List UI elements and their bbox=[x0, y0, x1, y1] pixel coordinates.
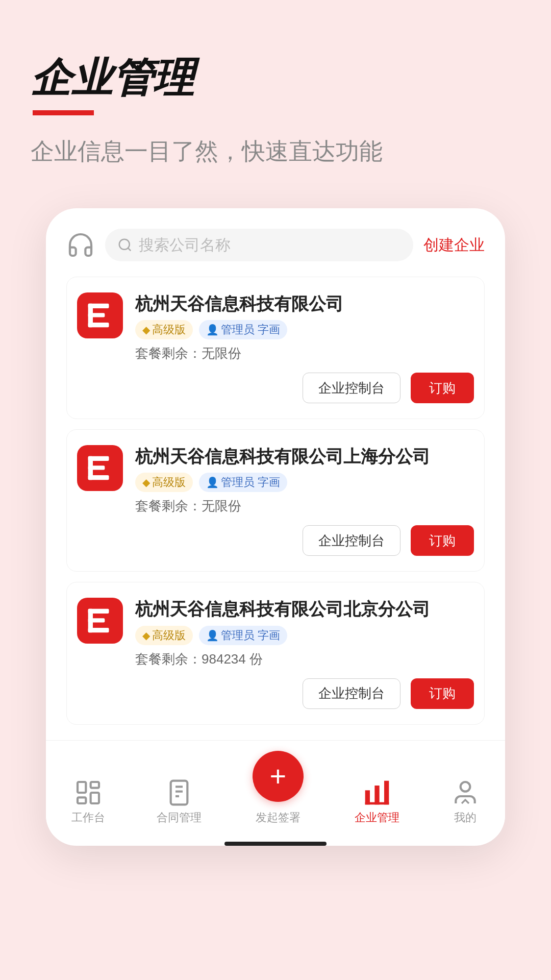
company-top-3: 杭州天谷信息科技有限公司北京分公司 ◆ 高级版 👤 管理员 字画 套餐剩余：98… bbox=[77, 598, 474, 668]
nav-contract-label: 合同管理 bbox=[157, 810, 202, 825]
company-tags-2: ◆ 高级版 👤 管理员 字画 bbox=[135, 473, 474, 492]
company-info-2: 杭州天谷信息科技有限公司上海分公司 ◆ 高级版 👤 管理员 字画 套餐剩余：无限… bbox=[135, 445, 474, 515]
enterprise-icon bbox=[363, 778, 391, 807]
nav-workbench[interactable]: 工作台 bbox=[71, 778, 105, 825]
tag-admin-1: 👤 管理员 字画 bbox=[199, 320, 287, 339]
nav-contract[interactable]: 合同管理 bbox=[157, 778, 202, 825]
tag-premium-1: ◆ 高级版 bbox=[135, 320, 193, 339]
svg-rect-23 bbox=[375, 786, 380, 804]
company-top-2: 杭州天谷信息科技有限公司上海分公司 ◆ 高级版 👤 管理员 字画 套餐剩余：无限… bbox=[77, 445, 474, 515]
search-row: 搜索公司名称 创建企业 bbox=[66, 229, 485, 261]
tag-admin-3: 👤 管理员 字画 bbox=[199, 626, 287, 645]
order-button-1[interactable]: 订购 bbox=[411, 373, 474, 403]
person-icon-1: 👤 bbox=[206, 324, 219, 336]
nav-enterprise[interactable]: 企业管理 bbox=[355, 778, 399, 825]
diamond-icon-3: ◆ bbox=[142, 629, 150, 642]
fab-plus-icon: + bbox=[270, 762, 287, 791]
company-logo-3 bbox=[77, 598, 123, 644]
svg-rect-9 bbox=[88, 475, 109, 480]
control-panel-button-1[interactable]: 企业控制台 bbox=[303, 373, 400, 403]
search-input[interactable]: 搜索公司名称 bbox=[105, 229, 413, 261]
company-card-1: 杭州天谷信息科技有限公司 ◆ 高级版 👤 管理员 字画 套餐剩余：无限份 企业控… bbox=[66, 277, 485, 419]
svg-rect-4 bbox=[88, 313, 105, 317]
quota-line-2: 套餐剩余：无限份 bbox=[135, 497, 474, 515]
order-button-2[interactable]: 订购 bbox=[411, 525, 474, 556]
company-card-3: 杭州天谷信息科技有限公司北京分公司 ◆ 高级版 👤 管理员 字画 套餐剩余：98… bbox=[66, 582, 485, 724]
tag-premium-3: ◆ 高级版 bbox=[135, 626, 193, 645]
workbench-icon bbox=[74, 778, 103, 807]
order-button-3[interactable]: 订购 bbox=[411, 678, 474, 709]
company-info-3: 杭州天谷信息科技有限公司北京分公司 ◆ 高级版 👤 管理员 字画 套餐剩余：98… bbox=[135, 598, 474, 668]
svg-point-0 bbox=[119, 239, 130, 250]
logo-svg-1 bbox=[82, 298, 118, 333]
svg-rect-7 bbox=[88, 456, 109, 461]
profile-icon bbox=[451, 778, 480, 807]
svg-rect-12 bbox=[88, 619, 105, 623]
svg-rect-13 bbox=[88, 628, 109, 632]
svg-rect-14 bbox=[78, 782, 86, 793]
nav-enterprise-label: 企业管理 bbox=[355, 810, 399, 825]
diamond-icon-2: ◆ bbox=[142, 476, 150, 488]
company-card-2: 杭州天谷信息科技有限公司上海分公司 ◆ 高级版 👤 管理员 字画 套餐剩余：无限… bbox=[66, 429, 485, 572]
svg-rect-17 bbox=[78, 797, 86, 803]
logo-svg-2 bbox=[82, 450, 118, 486]
nav-fab-item: + 发起签署 bbox=[253, 751, 304, 825]
company-actions-2: 企业控制台 订购 bbox=[77, 525, 474, 556]
page-title: 企业管理 bbox=[31, 51, 194, 115]
company-tags-1: ◆ 高级版 👤 管理员 字画 bbox=[135, 320, 474, 339]
company-name-1: 杭州天谷信息科技有限公司 bbox=[135, 292, 474, 315]
company-actions-1: 企业控制台 订购 bbox=[77, 373, 474, 403]
nav-fab-label: 发起签署 bbox=[256, 810, 300, 825]
company-tags-3: ◆ 高级版 👤 管理员 字画 bbox=[135, 626, 474, 645]
control-panel-button-2[interactable]: 企业控制台 bbox=[303, 525, 400, 556]
svg-rect-25 bbox=[365, 802, 389, 804]
svg-rect-5 bbox=[88, 323, 109, 327]
quota-line-1: 套餐剩余：无限份 bbox=[135, 345, 474, 362]
contract-icon bbox=[165, 778, 193, 807]
tag-admin-2: 👤 管理员 字画 bbox=[199, 473, 287, 492]
create-enterprise-button[interactable]: 创建企业 bbox=[423, 235, 485, 256]
company-logo-1 bbox=[77, 292, 123, 338]
person-icon-2: 👤 bbox=[206, 476, 219, 488]
phone-mockup: 搜索公司名称 创建企业 杭州天谷信息科技有限公司 ◆ bbox=[46, 208, 505, 846]
company-actions-3: 企业控制台 订购 bbox=[77, 678, 474, 709]
company-logo-2 bbox=[77, 445, 123, 491]
nav-profile-label: 我的 bbox=[454, 810, 477, 825]
svg-rect-16 bbox=[91, 793, 99, 803]
tag-premium-2: ◆ 高级版 bbox=[135, 473, 193, 492]
company-info-1: 杭州天谷信息科技有限公司 ◆ 高级版 👤 管理员 字画 套餐剩余：无限份 bbox=[135, 292, 474, 362]
company-list: 杭州天谷信息科技有限公司 ◆ 高级版 👤 管理员 字画 套餐剩余：无限份 企业控… bbox=[66, 277, 485, 725]
person-icon-3: 👤 bbox=[206, 629, 219, 642]
company-top-1: 杭州天谷信息科技有限公司 ◆ 高级版 👤 管理员 字画 套餐剩余：无限份 bbox=[77, 292, 474, 362]
svg-rect-18 bbox=[170, 780, 187, 804]
headset-icon[interactable] bbox=[66, 231, 95, 259]
svg-rect-8 bbox=[88, 466, 105, 470]
quota-line-3: 套餐剩余：984234 份 bbox=[135, 650, 474, 668]
svg-rect-11 bbox=[88, 609, 109, 614]
search-icon bbox=[117, 237, 133, 253]
bottom-nav: 工作台 合同管理 + 发起签署 bbox=[46, 740, 505, 836]
title-underline bbox=[33, 110, 94, 115]
company-name-3: 杭州天谷信息科技有限公司北京分公司 bbox=[135, 598, 474, 620]
svg-point-26 bbox=[460, 782, 470, 792]
svg-line-1 bbox=[128, 248, 131, 251]
fab-button[interactable]: + bbox=[253, 751, 304, 802]
search-placeholder: 搜索公司名称 bbox=[139, 235, 231, 256]
control-panel-button-3[interactable]: 企业控制台 bbox=[303, 678, 400, 709]
diamond-icon-1: ◆ bbox=[142, 324, 150, 336]
svg-rect-3 bbox=[88, 304, 109, 308]
logo-svg-3 bbox=[82, 603, 118, 639]
svg-rect-15 bbox=[91, 782, 99, 788]
company-name-2: 杭州天谷信息科技有限公司上海分公司 bbox=[135, 445, 474, 468]
svg-rect-24 bbox=[384, 780, 389, 804]
nav-profile[interactable]: 我的 bbox=[451, 778, 480, 825]
home-indicator bbox=[224, 842, 327, 846]
nav-workbench-label: 工作台 bbox=[71, 810, 105, 825]
page-header: 企业管理 企业信息一目了然，快速直达功能 bbox=[31, 51, 520, 167]
page-subtitle: 企业信息一目了然，快速直达功能 bbox=[31, 136, 520, 167]
title-text: 企业管理 bbox=[31, 55, 194, 101]
